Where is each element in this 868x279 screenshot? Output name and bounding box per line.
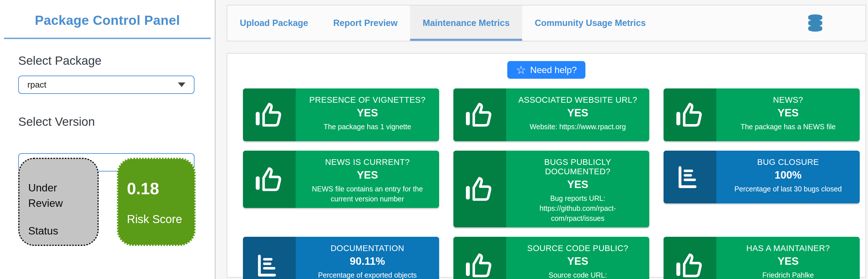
card-news: NEWS? YES The package has a NEWS file bbox=[663, 88, 860, 141]
thumbs-up-icon bbox=[454, 88, 506, 141]
card-value: YES bbox=[514, 107, 642, 119]
card-bug-closure: BUG CLOSURE 100% Percentage of last 30 b… bbox=[663, 151, 860, 204]
card-has-a-maintainer: HAS A MAINTAINER? YES Friedrich Pahlke <… bbox=[663, 237, 860, 279]
card-title: ASSOCIATED WEBSITE URL? bbox=[514, 95, 642, 105]
card-value: YES bbox=[724, 107, 852, 119]
card-subtitle: NEWS file contains an entry for the curr… bbox=[303, 184, 432, 204]
thumbs-up-icon bbox=[663, 237, 716, 279]
card-title: NEWS IS CURRENT? bbox=[303, 157, 432, 167]
status-badge-value: Under Review bbox=[28, 180, 92, 211]
card-value: YES bbox=[724, 255, 852, 267]
card-value: YES bbox=[514, 255, 642, 267]
bar-chart-icon bbox=[243, 237, 296, 279]
need-help-button[interactable]: ☆ Need help? bbox=[507, 61, 585, 79]
card-title: DOCUMENTATION bbox=[303, 244, 432, 253]
card-title: SOURCE CODE PUBLIC? bbox=[514, 244, 642, 253]
card-subtitle: The package has a NEWS file bbox=[724, 122, 852, 132]
card-news-is-current: NEWS IS CURRENT? YES NEWS file contains … bbox=[243, 151, 439, 208]
tab-maintenance-metrics[interactable]: Maintenance Metrics bbox=[410, 5, 522, 41]
risk-score-value: 0.18 bbox=[127, 180, 188, 197]
need-help-label: Need help? bbox=[530, 65, 577, 75]
thumbs-up-icon bbox=[454, 237, 506, 279]
bar-chart-icon bbox=[663, 151, 716, 204]
sidebar: Package Control Panel Select Package rpa… bbox=[0, 0, 216, 279]
card-documentation: DOCUMENTATION 90.11% Percentage of expor… bbox=[243, 237, 439, 279]
tab-upload-package[interactable]: Upload Package bbox=[227, 5, 320, 41]
card-value: YES bbox=[514, 179, 642, 191]
card-title: HAS A MAINTAINER? bbox=[724, 244, 852, 253]
card-subtitle: Bug reports URL: https://github.com/rpac… bbox=[514, 193, 642, 223]
card-source-code-public: SOURCE CODE PUBLIC? YES Source code URL:… bbox=[454, 237, 650, 279]
card-subtitle: Website: https://www.rpact.org bbox=[514, 122, 642, 132]
card-bugs-publicly-documented: BUGS PUBLICLY DOCUMENTED? YES Bug report… bbox=[454, 151, 650, 227]
metrics-grid: PRESENCE OF VIGNETTES? YES The package h… bbox=[243, 88, 860, 279]
status-badge: Under Review Status bbox=[18, 158, 99, 246]
card-subtitle: Source code URL: https://github.com/rpac… bbox=[514, 270, 642, 279]
card-subtitle: Percentage of last 30 bugs closed bbox=[724, 184, 852, 194]
chevron-down-icon bbox=[178, 83, 185, 87]
thumbs-up-icon bbox=[243, 88, 296, 141]
card-value: YES bbox=[303, 107, 432, 119]
sidebar-divider bbox=[4, 38, 211, 39]
card-subtitle: Percentage of exported objects documente… bbox=[303, 270, 432, 279]
card-value: YES bbox=[303, 169, 432, 181]
package-select[interactable]: rpact bbox=[18, 75, 194, 94]
package-select-value: rpact bbox=[27, 80, 178, 90]
card-presence-of-vignettes: PRESENCE OF VIGNETTES? YES The package h… bbox=[243, 88, 439, 141]
status-badge-label: Status bbox=[28, 223, 92, 239]
card-value: 90.11% bbox=[303, 255, 432, 267]
card-title: BUG CLOSURE bbox=[724, 157, 852, 167]
maintenance-metrics-panel: ☆ Need help? PRESENCE OF VIGNETTES? YES … bbox=[227, 53, 866, 278]
card-title: PRESENCE OF VIGNETTES? bbox=[303, 95, 432, 105]
database-icon[interactable] bbox=[807, 5, 823, 41]
select-package-label: Select Package bbox=[18, 54, 215, 68]
tab-bar: Upload Package Report Preview Maintenanc… bbox=[227, 5, 866, 41]
card-title: BUGS PUBLICLY DOCUMENTED? bbox=[514, 157, 642, 176]
card-subtitle: The package has 1 vignette bbox=[303, 122, 432, 132]
star-icon: ☆ bbox=[516, 64, 526, 75]
risk-score-badge: 0.18 Risk Score bbox=[117, 158, 196, 246]
select-version-label: Select Version bbox=[18, 115, 215, 129]
risk-score-label: Risk Score bbox=[127, 213, 188, 226]
card-subtitle: Friedrich Pahlke <friedrich.pahlke@rpact… bbox=[724, 270, 852, 279]
card-title: NEWS? bbox=[724, 95, 852, 105]
card-associated-website-url: ASSOCIATED WEBSITE URL? YES Website: htt… bbox=[454, 88, 650, 141]
tab-report-preview[interactable]: Report Preview bbox=[320, 5, 410, 41]
card-value: 100% bbox=[724, 169, 852, 181]
thumbs-up-icon bbox=[663, 88, 716, 141]
tab-community-usage-metrics[interactable]: Community Usage Metrics bbox=[522, 5, 658, 41]
thumbs-up-icon bbox=[243, 151, 296, 208]
badge-row: Under Review Status 0.18 Risk Score bbox=[18, 158, 196, 246]
thumbs-up-icon bbox=[454, 151, 506, 227]
page-title: Package Control Panel bbox=[0, 12, 215, 28]
